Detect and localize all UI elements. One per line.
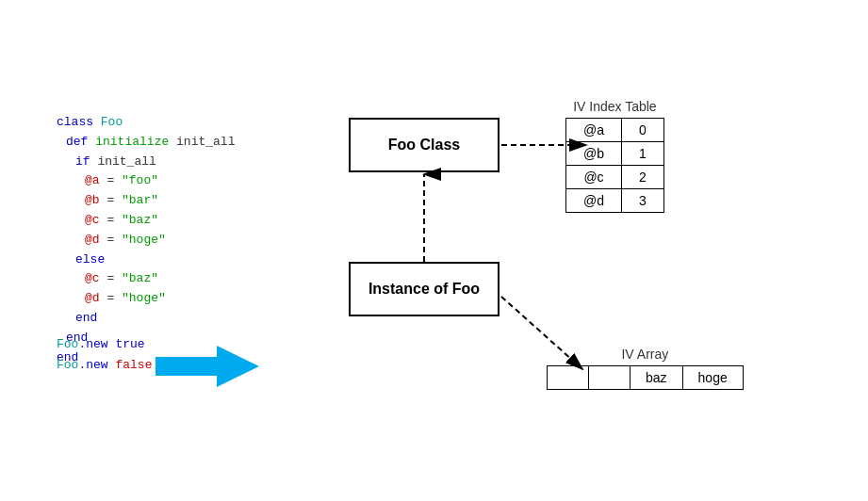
code-method-name: initialize — [95, 135, 176, 149]
iv-index-table-container: IV Index Table @a0@b1@c2@d3 — [565, 99, 664, 213]
code-val-d2: "hoge" — [122, 291, 166, 305]
iv-array-container: IV Array bazhoge — [547, 347, 744, 390]
iv-index-var: @b — [566, 142, 622, 166]
iv-index-var: @c — [566, 166, 622, 189]
iv-index-table: @a0@b1@c2@d3 — [565, 118, 664, 213]
bottom-new1: new — [86, 337, 115, 351]
bottom-new2: new — [86, 358, 115, 372]
iv-index-value: 0 — [622, 119, 664, 142]
code-val-b: "bar" — [122, 193, 158, 207]
code-val-c1: "baz" — [122, 213, 158, 227]
iv-array-cell — [589, 366, 631, 390]
foo-class-label: Foo Class — [388, 137, 460, 154]
iv-index-row: @c2 — [566, 166, 664, 189]
iv-array-cell: baz — [631, 366, 683, 390]
iv-index-row: @b1 — [566, 142, 664, 166]
blue-arrow-icon — [156, 346, 259, 387]
code-param: init_all — [176, 135, 235, 149]
code-val-d1: "hoge" — [122, 233, 166, 247]
iv-index-row: @d3 — [566, 189, 664, 213]
iv-array-cell — [548, 366, 589, 390]
code-var-a: @a — [85, 173, 100, 187]
foo-class-box: Foo Class — [349, 118, 500, 172]
bottom-code-block: Foo.new true Foo.new false — [57, 334, 152, 376]
code-val-a: "foo" — [122, 173, 158, 187]
bottom-false: false — [115, 358, 152, 372]
code-keyword-if: if — [75, 154, 97, 169]
instance-label: Instance of Foo — [368, 281, 480, 298]
code-var-d2: @d — [85, 291, 100, 305]
iv-index-value: 1 — [622, 142, 664, 166]
iv-index-title: IV Index Table — [565, 99, 664, 114]
iv-index-value: 2 — [622, 166, 664, 189]
code-var-d1: @d — [85, 233, 100, 247]
bottom-true: true — [115, 337, 144, 351]
code-if-param: init_all — [97, 154, 156, 169]
iv-array-row: bazhoge — [548, 366, 744, 390]
iv-index-var: @a — [566, 119, 622, 142]
iv-array-table: bazhoge — [547, 365, 744, 390]
svg-marker-0 — [156, 346, 259, 387]
code-keyword-end1: end — [75, 311, 97, 325]
code-classname: Foo — [101, 115, 123, 129]
code-keyword-else: else — [75, 252, 105, 267]
code-var-c2: @c — [85, 271, 100, 285]
code-var-c1: @c — [85, 213, 100, 227]
bottom-class1: Foo — [57, 337, 78, 351]
iv-index-var: @d — [566, 189, 622, 213]
iv-array-cell: hoge — [682, 366, 743, 390]
code-val-c2: "baz" — [122, 271, 158, 285]
instance-of-foo-box: Instance of Foo — [349, 262, 500, 316]
iv-index-row: @a0 — [566, 119, 664, 142]
iv-index-value: 3 — [622, 189, 664, 213]
code-var-b: @b — [85, 193, 100, 207]
bottom-class2: Foo — [57, 358, 78, 372]
code-keyword-class: class — [57, 115, 101, 129]
code-block: class Foo def initialize init_all if ini… — [57, 113, 235, 367]
code-keyword-def: def — [66, 135, 95, 149]
iv-array-title: IV Array — [547, 347, 744, 362]
